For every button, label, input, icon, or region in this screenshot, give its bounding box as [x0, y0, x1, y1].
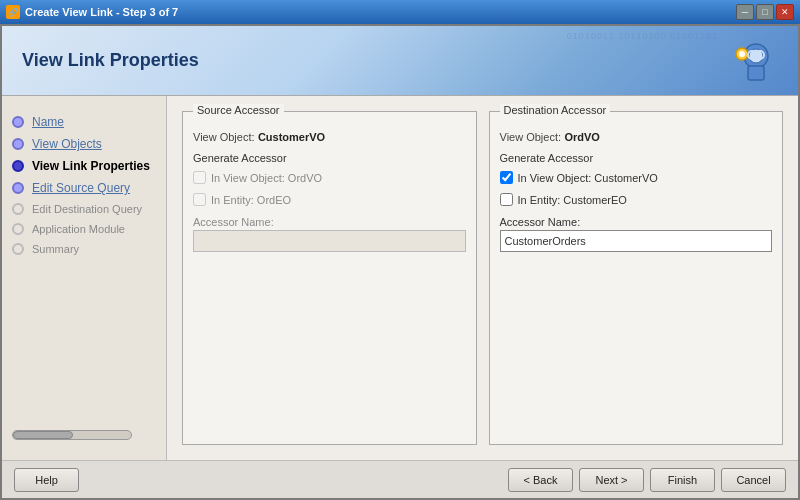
- dest-checkbox2-label: In Entity: CustomerEO: [518, 194, 627, 206]
- main-window: View Link Properties 01010011 10110100 0…: [0, 24, 800, 500]
- sidebar-scrollbar[interactable]: [2, 425, 166, 445]
- dest-accessor-name-label: Accessor Name:: [500, 216, 773, 228]
- source-checkbox2-row: In Entity: OrdEO: [193, 191, 466, 208]
- step-dot-edit-source: [12, 182, 24, 194]
- step-dot-view-link-props: [12, 160, 24, 172]
- source-checkbox2-label: In Entity: OrdEO: [211, 194, 291, 206]
- dest-view-object-row: View Object: OrdVO: [500, 130, 773, 144]
- help-button[interactable]: Help: [14, 468, 79, 492]
- sidebar: Name View Objects View Link Properties E…: [2, 96, 167, 460]
- source-checkbox1-label: In View Object: OrdVO: [211, 172, 322, 184]
- cancel-button[interactable]: Cancel: [721, 468, 786, 492]
- dest-checkbox1-row[interactable]: In View Object: CustomerVO: [500, 169, 773, 186]
- destination-accessor-title: Destination Accessor: [500, 104, 611, 116]
- maximize-button[interactable]: □: [756, 4, 774, 20]
- back-button[interactable]: < Back: [508, 468, 573, 492]
- minimize-button[interactable]: ─: [736, 4, 754, 20]
- step-dot-application-module: [12, 223, 24, 235]
- body: Name View Objects View Link Properties E…: [2, 96, 798, 460]
- source-checkbox1-row: In View Object: OrdVO: [193, 169, 466, 186]
- sidebar-item-name[interactable]: Name: [2, 111, 166, 133]
- source-vo-label: View Object:: [193, 131, 255, 143]
- dest-vo-label: View Object:: [500, 131, 562, 143]
- footer-nav-buttons: < Back Next > Finish Cancel: [508, 468, 786, 492]
- step-dot-view-objects: [12, 138, 24, 150]
- scroll-thumb[interactable]: [13, 431, 73, 439]
- source-accessor-name-input: [193, 230, 466, 252]
- svg-rect-2: [748, 66, 764, 80]
- title-icon: 🔗: [6, 5, 20, 19]
- finish-button[interactable]: Finish: [650, 468, 715, 492]
- sidebar-item-summary: Summary: [2, 239, 166, 259]
- page-title: View Link Properties: [22, 50, 199, 71]
- source-accessor-name-label: Accessor Name:: [193, 216, 466, 228]
- sidebar-item-view-objects[interactable]: View Objects: [2, 133, 166, 155]
- source-accessor-title: Source Accessor: [193, 104, 284, 116]
- header-bg-decoration: 01010011 10110100 01001101: [567, 31, 718, 43]
- content-area: Source Accessor View Object: CustomerVO …: [167, 96, 798, 460]
- title-controls: ─ □ ✕: [736, 4, 794, 20]
- svg-point-4: [739, 51, 745, 57]
- dest-checkbox2[interactable]: [500, 193, 513, 206]
- destination-accessor-panel: Destination Accessor View Object: OrdVO …: [489, 111, 784, 445]
- dest-checkbox1[interactable]: [500, 171, 513, 184]
- dest-checkbox1-label: In View Object: CustomerVO: [518, 172, 658, 184]
- dest-accessor-name-group: Accessor Name:: [500, 216, 773, 252]
- source-accessor-name-group: Accessor Name:: [193, 216, 466, 252]
- step-dot-name: [12, 116, 24, 128]
- title-bar: 🔗 Create View Link - Step 3 of 7 ─ □ ✕: [0, 0, 800, 24]
- dest-vo-value: OrdVO: [564, 131, 599, 143]
- source-vo-value: CustomerVO: [258, 131, 325, 143]
- title-text: Create View Link - Step 3 of 7: [25, 6, 178, 18]
- source-checkbox2[interactable]: [193, 193, 206, 206]
- source-checkbox1[interactable]: [193, 171, 206, 184]
- dest-checkbox2-row[interactable]: In Entity: CustomerEO: [500, 191, 773, 208]
- close-button[interactable]: ✕: [776, 4, 794, 20]
- sidebar-item-view-link-props[interactable]: View Link Properties: [2, 155, 166, 177]
- dest-generate-label: Generate Accessor: [500, 152, 773, 164]
- step-dot-edit-destination: [12, 203, 24, 215]
- source-generate-label: Generate Accessor: [193, 152, 466, 164]
- header-icon: [723, 33, 783, 88]
- dest-accessor-name-input[interactable]: [500, 230, 773, 252]
- source-view-object-row: View Object: CustomerVO: [193, 130, 466, 144]
- step-dot-summary: [12, 243, 24, 255]
- footer: Help < Back Next > Finish Cancel: [2, 460, 798, 498]
- sidebar-item-edit-destination: Edit Destination Query: [2, 199, 166, 219]
- next-button[interactable]: Next >: [579, 468, 644, 492]
- header: View Link Properties 01010011 10110100 0…: [2, 26, 798, 96]
- sidebar-item-application-module: Application Module: [2, 219, 166, 239]
- sidebar-item-edit-source[interactable]: Edit Source Query: [2, 177, 166, 199]
- scroll-track: [12, 430, 132, 440]
- source-accessor-panel: Source Accessor View Object: CustomerVO …: [182, 111, 477, 445]
